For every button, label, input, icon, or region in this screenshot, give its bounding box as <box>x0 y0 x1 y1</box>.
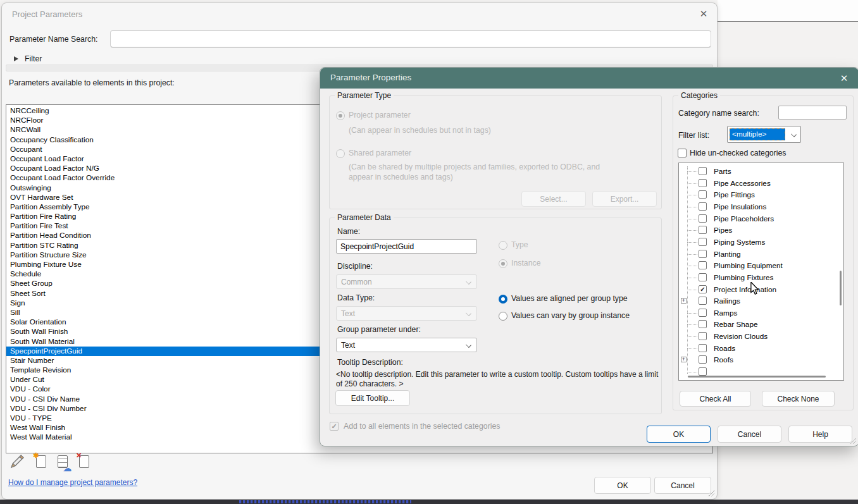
category-checkbox[interactable] <box>699 355 707 364</box>
new-parameter-icon[interactable]: ✱ <box>36 455 46 468</box>
tree-connector <box>687 266 697 266</box>
filter-expander-label[interactable]: Filter <box>25 54 42 63</box>
ok-button[interactable]: OK <box>647 426 711 443</box>
shared-parameter-hint-line2: appear in schedules and tags) <box>349 173 453 181</box>
close-icon[interactable]: ✕ <box>697 8 711 20</box>
parameter-name-search-input[interactable] <box>110 30 711 47</box>
resize-grip[interactable] <box>850 438 856 444</box>
check-none-button[interactable]: Check None <box>762 391 835 407</box>
category-label: Parts <box>714 167 731 176</box>
category-checkbox[interactable] <box>699 167 707 175</box>
category-checkbox[interactable] <box>699 367 707 376</box>
close-icon[interactable]: ✕ <box>837 72 851 85</box>
category-tree-item[interactable]: +Railings <box>679 295 843 307</box>
category-tree-list[interactable]: PartsPipe AccessoriesPipe FittingsPipe I… <box>678 163 844 381</box>
category-checkbox[interactable] <box>699 297 707 305</box>
category-tree-item[interactable]: +Roofs <box>679 354 843 366</box>
category-tree-item[interactable]: Roads <box>679 343 843 354</box>
shared-cloud-parameter-icon[interactable]: ☁ <box>58 455 68 468</box>
category-checkbox[interactable] <box>699 190 707 199</box>
name-label: Name: <box>337 227 360 236</box>
category-checkbox[interactable] <box>699 344 707 352</box>
check-all-button[interactable]: Check All <box>680 391 751 407</box>
horizontal-scrollbar[interactable] <box>688 376 826 378</box>
category-tree-item[interactable]: Ramps <box>679 307 843 319</box>
category-label: Pipes <box>714 226 733 235</box>
values-aligned-radio[interactable] <box>499 295 507 304</box>
category-label: Roofs <box>714 355 733 364</box>
category-checkbox[interactable] <box>699 309 707 317</box>
parameter-properties-dialog: Parameter Properties ✕ Parameter Type Pr… <box>320 67 858 446</box>
expand-plus-icon[interactable]: + <box>681 357 687 362</box>
project-parameter-radio[interactable] <box>336 111 345 120</box>
discipline-dropdown[interactable]: Common <box>336 274 477 289</box>
category-checkbox[interactable] <box>699 273 707 281</box>
category-tree-item[interactable]: Pipe Accessories <box>679 178 843 189</box>
category-tree-item[interactable]: Revision Clouds <box>679 331 843 342</box>
category-checkbox[interactable] <box>699 202 707 211</box>
category-tree-item[interactable]: Pipe Insulations <box>679 201 843 212</box>
category-checkbox[interactable] <box>699 238 707 246</box>
edit-parameter-pencil-icon[interactable] <box>9 453 26 470</box>
category-label: Piping Systems <box>714 238 765 247</box>
category-checkbox[interactable] <box>699 250 707 258</box>
data-type-value: Text <box>341 309 355 318</box>
category-tree-item[interactable]: Pipe Fittings <box>679 189 843 200</box>
category-tree-item[interactable]: Pipe Placeholders <box>679 213 843 224</box>
category-tree-item[interactable]: Project Information <box>679 284 843 295</box>
resize-grip[interactable] <box>708 490 714 496</box>
ok-button[interactable]: OK <box>594 477 651 494</box>
chevron-down-icon <box>466 342 471 348</box>
filter-list-selected-value: <multiple> <box>730 128 785 140</box>
dialog-title: Project Parameters <box>12 9 82 19</box>
cancel-button[interactable]: Cancel <box>718 426 781 443</box>
group-parameter-under-dropdown[interactable]: Text <box>336 338 477 352</box>
filter-list-dropdown[interactable]: <multiple> <box>727 126 801 143</box>
category-tree-item[interactable]: Plumbing Fixtures <box>679 272 843 283</box>
category-label: Pipe Insulations <box>714 202 766 211</box>
category-tree-item[interactable]: Parts <box>679 166 843 177</box>
instance-radio[interactable] <box>499 259 507 268</box>
select-button[interactable]: Select... <box>521 191 586 207</box>
category-tree-item[interactable]: Planting <box>679 249 843 260</box>
values-aligned-label: Values are aligned per group type <box>511 294 628 303</box>
hide-unchecked-categories-label: Hide un-checked categories <box>690 149 786 157</box>
category-tree-item[interactable]: Rebar Shape <box>679 319 843 330</box>
edit-tooltip-button[interactable]: Edit Tooltip... <box>335 390 410 406</box>
category-label: Plumbing Equipment <box>714 261 783 270</box>
add-to-all-elements-checkbox[interactable] <box>330 422 339 431</box>
cancel-button[interactable]: Cancel <box>654 477 711 494</box>
delete-parameter-icon[interactable]: ✕ <box>79 455 89 468</box>
data-type-dropdown[interactable]: Text <box>336 306 477 321</box>
category-checkbox[interactable] <box>699 179 707 187</box>
values-vary-radio[interactable] <box>499 312 507 321</box>
filter-expander-icon[interactable] <box>14 56 18 61</box>
name-input[interactable] <box>336 239 477 254</box>
category-label: Rebar Shape <box>714 320 758 329</box>
category-checkbox[interactable] <box>699 332 707 340</box>
expand-plus-icon[interactable]: + <box>681 298 687 304</box>
category-label: Roads <box>714 344 735 353</box>
shared-parameter-radio[interactable] <box>336 149 345 158</box>
tree-connector <box>687 290 697 290</box>
category-tree-item[interactable]: Pipes <box>679 224 843 236</box>
manage-parameters-help-link[interactable]: How do I manage project parameters? <box>8 478 137 487</box>
category-checkbox[interactable] <box>699 214 707 223</box>
category-tree-item[interactable]: Piping Systems <box>679 237 843 248</box>
project-parameter-label: Project parameter <box>349 111 411 120</box>
category-checkbox[interactable] <box>699 285 707 293</box>
category-tree-item[interactable]: Plumbing Equipment <box>679 260 843 271</box>
tree-connector <box>687 230 697 231</box>
help-button[interactable]: Help <box>788 426 852 443</box>
dialog-title: Parameter Properties <box>330 73 411 82</box>
category-checkbox[interactable] <box>699 320 707 328</box>
discipline-label: Discipline: <box>337 262 373 271</box>
tree-connector <box>687 348 697 349</box>
type-radio[interactable] <box>499 241 507 250</box>
category-name-search-input[interactable] <box>778 106 847 120</box>
category-checkbox[interactable] <box>699 261 707 269</box>
tree-connector <box>687 324 697 325</box>
hide-unchecked-categories-checkbox[interactable] <box>678 149 687 157</box>
category-checkbox[interactable] <box>699 226 707 234</box>
export-button[interactable]: Export... <box>592 191 657 207</box>
